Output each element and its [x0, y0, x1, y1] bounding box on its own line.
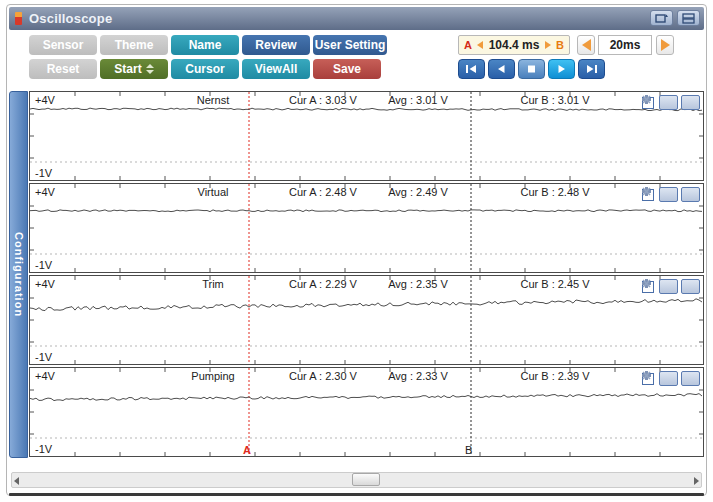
toolbar-button-viewall[interactable]: ViewAll: [242, 59, 310, 79]
left-arrow-icon: [582, 39, 591, 51]
skip-start-icon: [466, 64, 477, 74]
cursor-a-value: Cur A : 2.30 V: [289, 370, 357, 382]
cursor-b-arrow-icon: [545, 41, 551, 49]
button-label: Start: [114, 62, 141, 76]
cursor-b-value: Cur B : 3.01 V: [520, 94, 589, 106]
button-label: Save: [333, 62, 361, 76]
window-bottom-edge: [9, 493, 704, 496]
cursor-delta-time: 104.4 ms: [489, 38, 540, 52]
configuration-tab[interactable]: Configuration: [9, 91, 28, 458]
cursor-b-value: Cur B : 2.45 V: [520, 278, 589, 290]
channel-controls: [642, 95, 700, 110]
channel-close-button[interactable]: [681, 371, 700, 386]
stop-icon: [526, 64, 537, 74]
title-bar: Oscilloscope: [9, 7, 704, 30]
average-value: Avg : 2.33 V: [388, 370, 448, 382]
button-label: Cursor: [185, 62, 224, 76]
channel-add-button[interactable]: [659, 187, 678, 202]
channel-controls: [642, 371, 700, 386]
button-label: User Setting: [315, 38, 386, 52]
cursor-b-value: Cur B : 2.48 V: [520, 186, 589, 198]
horizontal-scrollbar: [9, 470, 704, 490]
right-arrow-icon: [661, 39, 670, 51]
toolbar-button-name[interactable]: Name: [171, 35, 239, 55]
play-icon: [556, 64, 567, 74]
toolbar-button-reset[interactable]: Reset: [29, 59, 97, 79]
cursor-a-tag[interactable]: A: [243, 444, 251, 456]
y-max-label: +4V: [35, 370, 55, 382]
button-label: ViewAll: [255, 62, 297, 76]
channel-name: Nernst: [197, 94, 229, 106]
toolbar-row-2: ResetStartCursorViewAllSave: [29, 59, 381, 79]
channel-add-button[interactable]: [659, 95, 678, 110]
cursor-b-label: B: [556, 39, 564, 51]
window-buttons: [650, 10, 700, 26]
step-back-button[interactable]: [488, 59, 515, 79]
toolbar-button-sensor[interactable]: Sensor: [29, 35, 97, 55]
close-icon: [642, 279, 651, 288]
y-min-label: -1V: [35, 167, 52, 179]
timebase-increase-button[interactable]: [656, 35, 674, 55]
y-min-label: -1V: [35, 259, 52, 271]
play-button[interactable]: [548, 59, 575, 79]
window-title: Oscilloscope: [29, 11, 112, 26]
channel-name: Virtual: [198, 186, 229, 198]
button-label: Name: [189, 38, 222, 52]
average-value: Avg : 2.49 V: [388, 186, 448, 198]
waveform-display: [30, 276, 703, 364]
toolbar-button-cursor[interactable]: Cursor: [171, 59, 239, 79]
skip-end-button[interactable]: [578, 59, 605, 79]
cursor-a-value: Cur A : 3.03 V: [289, 94, 357, 106]
close-icon: [642, 371, 651, 380]
minimize-button[interactable]: [677, 10, 700, 26]
channel-add-button[interactable]: [659, 371, 678, 386]
button-label: Sensor: [43, 38, 84, 52]
channel-add-button[interactable]: [659, 279, 678, 294]
channel-panel-trim: +4V-1VTrimCur A : 2.29 VAvg : 2.35 VCur …: [29, 275, 704, 365]
average-value: Avg : 3.01 V: [388, 94, 448, 106]
scroll-right-arrow[interactable]: [694, 477, 699, 485]
scrollbar-thumb[interactable]: [352, 473, 380, 486]
skip-end-icon: [586, 64, 597, 74]
toolbar-button-theme[interactable]: Theme: [100, 35, 168, 55]
y-max-label: +4V: [35, 278, 55, 290]
detach-window-icon: [655, 13, 669, 24]
timebase-value: 20ms: [598, 35, 652, 55]
channel-close-button[interactable]: [681, 95, 700, 110]
toolbar-button-save[interactable]: Save: [313, 59, 381, 79]
button-label: Theme: [115, 38, 154, 52]
average-value: Avg : 2.35 V: [388, 278, 448, 290]
close-icon: [642, 187, 651, 196]
y-min-label: -1V: [35, 443, 52, 455]
close-icon: [642, 95, 651, 104]
channel-close-button[interactable]: [681, 187, 700, 202]
waveform-display: [30, 184, 703, 272]
cursor-a-label: A: [464, 39, 472, 51]
app-window: Oscilloscope SensorThemeNameReviewUse: [6, 4, 707, 496]
stop-button[interactable]: [518, 59, 545, 79]
toolbar-button-user-setting[interactable]: User Setting: [313, 35, 387, 55]
y-min-label: -1V: [35, 351, 52, 363]
toolbar: SensorThemeNameReviewUser Setting ResetS…: [9, 30, 704, 85]
skip-start-button[interactable]: [458, 59, 485, 79]
cursor-a-arrow-icon: [477, 41, 483, 49]
channel-controls: [642, 279, 700, 294]
app-icon: [15, 12, 22, 25]
detach-window-button[interactable]: [650, 10, 673, 26]
waveform-display: [30, 92, 703, 180]
step-back-icon: [496, 64, 507, 74]
button-label: Reset: [47, 62, 80, 76]
cursor-b-value: Cur B : 2.39 V: [520, 370, 589, 382]
button-label: Review: [255, 38, 296, 52]
channel-name: Pumping: [191, 370, 234, 382]
minimize-icon: [682, 13, 695, 24]
scroll-left-arrow[interactable]: [14, 477, 19, 485]
cursor-a-value: Cur A : 2.29 V: [289, 278, 357, 290]
timebase-decrease-button[interactable]: [577, 35, 595, 55]
cursor-b-tag[interactable]: B: [465, 444, 472, 456]
oscilloscope-app: Oscilloscope SensorThemeNameReviewUse: [0, 0, 713, 502]
channel-panel-nernst: +4V-1VNernstCur A : 3.03 VAvg : 3.01 VCu…: [29, 91, 704, 181]
toolbar-button-start[interactable]: Start: [100, 59, 168, 79]
channel-close-button[interactable]: [681, 279, 700, 294]
toolbar-button-review[interactable]: Review: [242, 35, 310, 55]
